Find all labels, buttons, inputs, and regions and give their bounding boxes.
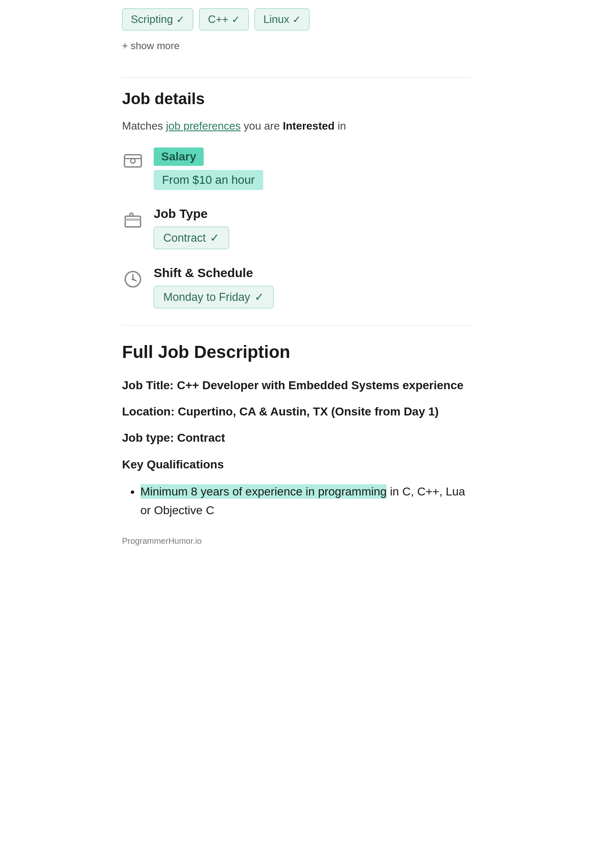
job-type-field: Job type: Contract bbox=[122, 430, 472, 446]
job-type-row: Job Type Contract ✓ bbox=[122, 207, 472, 249]
shift-schedule-check-icon: ✓ bbox=[255, 290, 264, 304]
job-type-content: Job Type Contract ✓ bbox=[154, 207, 472, 249]
shift-schedule-row: Shift & Schedule Monday to Friday ✓ bbox=[122, 266, 472, 308]
job-preferences-link[interactable]: job preferences bbox=[166, 120, 241, 132]
svg-rect-0 bbox=[125, 155, 141, 167]
skill-check-icon: ✓ bbox=[176, 14, 185, 25]
salary-row: Salary From $10 an hour bbox=[122, 148, 472, 190]
skill-tag-label: Scripting bbox=[131, 13, 173, 26]
qualifications-list: Minimum 8 years of experience in program… bbox=[122, 483, 472, 520]
job-details-section: Job details Matches job preferences you … bbox=[122, 90, 472, 308]
job-type-tag: Contract ✓ bbox=[154, 227, 229, 249]
svg-rect-4 bbox=[125, 218, 141, 221]
footer-text: ProgrammerHumor.io bbox=[122, 536, 472, 546]
job-type-label: Job Type bbox=[154, 207, 472, 221]
divider-2 bbox=[122, 325, 472, 325]
shift-schedule-label: Shift & Schedule bbox=[154, 266, 472, 280]
qualification-highlight: Minimum 8 years of experience in program… bbox=[140, 484, 387, 499]
list-item: Minimum 8 years of experience in program… bbox=[140, 483, 472, 520]
skill-tag: C++✓ bbox=[199, 8, 249, 30]
matches-prefix: Matches bbox=[122, 120, 166, 132]
shift-schedule-content: Shift & Schedule Monday to Friday ✓ bbox=[154, 266, 472, 308]
svg-rect-3 bbox=[125, 216, 141, 227]
job-title-field: Job Title: C++ Developer with Embedded S… bbox=[122, 377, 472, 393]
skill-check-icon: ✓ bbox=[232, 14, 240, 25]
shift-schedule-value: Monday to Friday bbox=[163, 291, 250, 304]
salary-content: Salary From $10 an hour bbox=[154, 148, 472, 190]
skills-section: Scripting✓C++✓Linux✓ + show more bbox=[122, 8, 472, 65]
salary-icon bbox=[122, 150, 144, 172]
show-more-link[interactable]: + show more bbox=[122, 40, 180, 51]
skill-tag: Linux✓ bbox=[255, 8, 309, 30]
key-qualifications-field: Key Qualifications bbox=[122, 456, 472, 473]
svg-point-8 bbox=[132, 278, 134, 280]
shift-schedule-tag: Monday to Friday ✓ bbox=[154, 286, 274, 308]
skills-row: Scripting✓C++✓Linux✓ bbox=[122, 8, 472, 30]
svg-point-1 bbox=[131, 159, 135, 163]
location-field: Location: Cupertino, CA & Austin, TX (On… bbox=[122, 403, 472, 420]
job-type-check-icon: ✓ bbox=[210, 231, 220, 245]
salary-value: From $10 an hour bbox=[154, 170, 263, 190]
job-type-icon bbox=[122, 209, 144, 231]
salary-label: Salary bbox=[154, 148, 204, 166]
job-details-title: Job details bbox=[122, 90, 472, 108]
skill-tag: Scripting✓ bbox=[122, 8, 193, 30]
full-job-description-section: Full Job Description Job Title: C++ Deve… bbox=[122, 338, 472, 520]
job-type-value: Contract bbox=[163, 232, 206, 245]
divider-1 bbox=[122, 77, 472, 78]
skill-tag-label: C++ bbox=[208, 13, 228, 26]
skill-check-icon: ✓ bbox=[292, 14, 301, 25]
shift-schedule-icon bbox=[122, 268, 144, 290]
full-job-desc-title: Full Job Description bbox=[122, 342, 472, 362]
skill-tag-label: Linux bbox=[263, 13, 289, 26]
matches-text: Matches job preferences you are Interest… bbox=[122, 120, 472, 133]
matches-bold: Interested bbox=[283, 120, 334, 132]
matches-suffix: in bbox=[334, 120, 346, 132]
matches-middle: you are bbox=[241, 120, 283, 132]
